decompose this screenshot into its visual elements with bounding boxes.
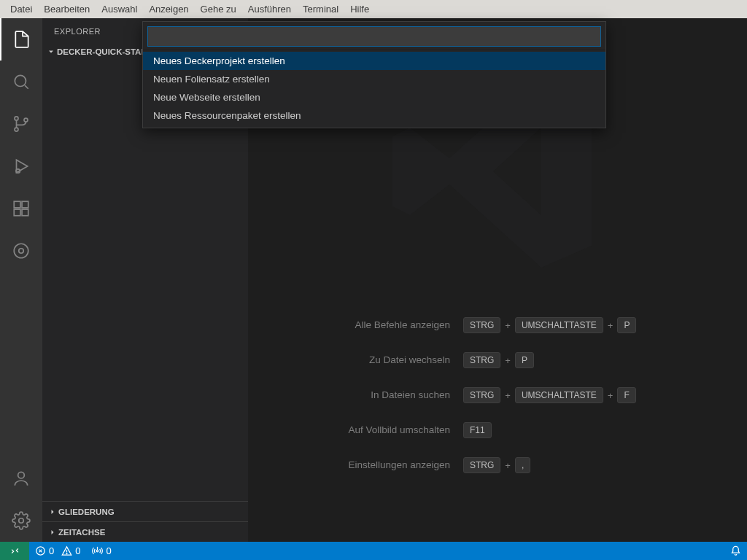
menu-item[interactable]: Bearbeiten [38, 1, 96, 17]
chevron-right-icon [47, 528, 58, 537]
shortcut-label: Einstellungen anzeigen [308, 459, 450, 472]
section-label: GLIEDERUNG [58, 508, 115, 516]
activity-bar [0, 18, 42, 542]
status-ports[interactable]: 0 [86, 542, 117, 560]
shortcut-row: Auf Vollbild umschalten F11 [308, 422, 687, 438]
shortcut-label: Alle Befehle anzeigen [308, 319, 450, 332]
svg-point-1 [15, 117, 18, 120]
debug-icon[interactable] [0, 145, 42, 187]
palette-item[interactable]: Neues Ressourcenpaket erstellen [143, 106, 605, 125]
files-icon[interactable] [0, 18, 42, 61]
svg-point-12 [19, 518, 24, 524]
palette-item[interactable]: Neuen Foliensatz erstellen [143, 70, 605, 88]
menu-item[interactable]: Gehe zu [195, 1, 242, 17]
remote-indicator[interactable] [0, 542, 29, 560]
ports-count: 0 [106, 545, 111, 556]
key-separator: + [505, 460, 511, 471]
menu-item[interactable]: Ausführen [242, 1, 297, 17]
key: P [617, 317, 636, 333]
key-separator: + [505, 320, 511, 331]
key-separator: + [505, 390, 511, 401]
shortcut-row: Alle Befehle anzeigen STRG + UMSCHALTTAS… [308, 317, 687, 333]
search-icon[interactable] [0, 61, 42, 103]
status-bar: 0 0 0 [0, 542, 747, 560]
account-icon[interactable] [0, 457, 42, 499]
outline-section[interactable]: GLIEDERUNG [42, 501, 248, 521]
extensions-icon[interactable] [0, 187, 42, 230]
key: STRG [463, 387, 500, 403]
menu-item[interactable]: Terminal [297, 1, 344, 17]
menu-item[interactable]: Hilfe [344, 1, 375, 17]
status-problems[interactable]: 0 0 [29, 542, 86, 560]
git-branch-icon[interactable] [0, 103, 42, 145]
command-palette-list: Neues Deckerprojekt erstellen Neuen Foli… [143, 50, 605, 128]
key: UMSCHALTTASTE [515, 317, 603, 333]
liveshare-icon[interactable] [0, 230, 42, 272]
section-label: ZEITACHSE [58, 528, 105, 537]
svg-point-10 [19, 249, 24, 254]
svg-point-2 [15, 128, 18, 131]
shortcut-label: Auf Vollbild umschalten [308, 424, 450, 437]
key: P [515, 352, 534, 368]
svg-rect-6 [14, 209, 20, 216]
key-separator: + [505, 355, 511, 366]
warning-count: 0 [75, 545, 80, 556]
menu-item[interactable]: Auswahl [96, 1, 143, 17]
menubar: Datei Bearbeiten Auswahl Anzeigen Gehe z… [0, 0, 747, 18]
key-separator: + [608, 320, 614, 331]
welcome-shortcuts: Alle Befehle anzeigen STRG + UMSCHALTTAS… [248, 317, 747, 473]
key: STRG [463, 317, 500, 333]
svg-point-15 [97, 550, 99, 552]
svg-point-0 [15, 75, 26, 86]
menu-item[interactable]: Anzeigen [143, 1, 194, 17]
key: F11 [463, 422, 492, 438]
folder-name: DECKER-QUICK-START [57, 47, 152, 56]
shortcut-row: In Dateien suchen STRG + UMSCHALTTASTE +… [308, 387, 687, 403]
timeline-section[interactable]: ZEITACHSE [42, 521, 248, 542]
key: , [515, 457, 530, 473]
command-palette-input[interactable] [147, 26, 601, 47]
shortcut-label: In Dateien suchen [308, 389, 450, 402]
shortcut-row: Zu Datei wechseln STRG + P [308, 352, 687, 368]
chevron-down-icon [45, 47, 57, 56]
key: F [617, 387, 635, 403]
gear-icon[interactable] [0, 499, 42, 542]
svg-point-9 [14, 244, 28, 258]
shortcut-row: Einstellungen anzeigen STRG + , [308, 457, 687, 473]
key-separator: + [608, 390, 614, 401]
svg-rect-8 [22, 201, 28, 208]
key: STRG [463, 352, 500, 368]
svg-point-11 [18, 472, 25, 478]
error-count: 0 [49, 545, 54, 556]
key: UMSCHALTTASTE [515, 387, 603, 403]
shortcut-label: Zu Datei wechseln [308, 354, 450, 367]
svg-rect-5 [14, 201, 20, 208]
svg-point-14 [66, 553, 67, 554]
chevron-right-icon [47, 508, 58, 516]
notifications-bell[interactable] [724, 542, 747, 560]
command-palette: Neues Deckerprojekt erstellen Neuen Foli… [142, 21, 606, 128]
key: STRG [463, 457, 500, 473]
palette-item[interactable]: Neues Deckerprojekt erstellen [143, 52, 605, 70]
palette-item[interactable]: Neue Webseite erstellen [143, 88, 605, 106]
menu-item[interactable]: Datei [4, 1, 38, 17]
svg-rect-7 [22, 209, 28, 216]
svg-point-3 [24, 118, 28, 122]
